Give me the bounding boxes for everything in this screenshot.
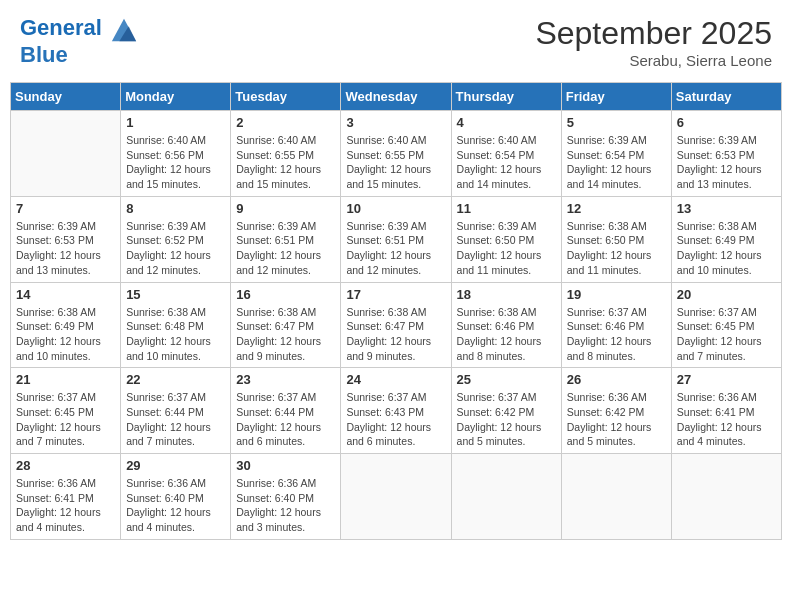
day-info: Sunrise: 6:39 AM Sunset: 6:51 PM Dayligh… [236, 219, 335, 278]
day-number: 2 [236, 115, 335, 130]
day-number: 9 [236, 201, 335, 216]
calendar-cell: 22Sunrise: 6:37 AM Sunset: 6:44 PM Dayli… [121, 368, 231, 454]
calendar-cell: 8Sunrise: 6:39 AM Sunset: 6:52 PM Daylig… [121, 196, 231, 282]
day-number: 8 [126, 201, 225, 216]
calendar-cell: 28Sunrise: 6:36 AM Sunset: 6:41 PM Dayli… [11, 454, 121, 540]
calendar-cell: 4Sunrise: 6:40 AM Sunset: 6:54 PM Daylig… [451, 111, 561, 197]
day-info: Sunrise: 6:40 AM Sunset: 6:56 PM Dayligh… [126, 133, 225, 192]
weekday-header: Saturday [671, 83, 781, 111]
calendar-cell: 11Sunrise: 6:39 AM Sunset: 6:50 PM Dayli… [451, 196, 561, 282]
month-title: September 2025 [535, 15, 772, 52]
day-number: 1 [126, 115, 225, 130]
day-number: 20 [677, 287, 776, 302]
day-info: Sunrise: 6:38 AM Sunset: 6:47 PM Dayligh… [346, 305, 445, 364]
calendar-cell: 29Sunrise: 6:36 AM Sunset: 6:40 PM Dayli… [121, 454, 231, 540]
calendar-cell: 13Sunrise: 6:38 AM Sunset: 6:49 PM Dayli… [671, 196, 781, 282]
day-number: 22 [126, 372, 225, 387]
day-info: Sunrise: 6:40 AM Sunset: 6:55 PM Dayligh… [346, 133, 445, 192]
day-number: 18 [457, 287, 556, 302]
day-number: 30 [236, 458, 335, 473]
day-info: Sunrise: 6:36 AM Sunset: 6:41 PM Dayligh… [677, 390, 776, 449]
logo-text: General [20, 15, 138, 43]
day-info: Sunrise: 6:39 AM Sunset: 6:51 PM Dayligh… [346, 219, 445, 278]
day-number: 13 [677, 201, 776, 216]
weekday-header: Monday [121, 83, 231, 111]
day-number: 21 [16, 372, 115, 387]
page-header: General Blue September 2025 Serabu, Sier… [10, 10, 782, 74]
day-info: Sunrise: 6:39 AM Sunset: 6:53 PM Dayligh… [16, 219, 115, 278]
day-number: 14 [16, 287, 115, 302]
day-number: 15 [126, 287, 225, 302]
day-info: Sunrise: 6:37 AM Sunset: 6:43 PM Dayligh… [346, 390, 445, 449]
calendar-cell: 30Sunrise: 6:36 AM Sunset: 6:40 PM Dayli… [231, 454, 341, 540]
day-number: 17 [346, 287, 445, 302]
day-info: Sunrise: 6:39 AM Sunset: 6:52 PM Dayligh… [126, 219, 225, 278]
calendar-cell: 3Sunrise: 6:40 AM Sunset: 6:55 PM Daylig… [341, 111, 451, 197]
weekday-header: Wednesday [341, 83, 451, 111]
calendar-cell: 6Sunrise: 6:39 AM Sunset: 6:53 PM Daylig… [671, 111, 781, 197]
day-number: 4 [457, 115, 556, 130]
calendar-cell: 26Sunrise: 6:36 AM Sunset: 6:42 PM Dayli… [561, 368, 671, 454]
day-info: Sunrise: 6:40 AM Sunset: 6:54 PM Dayligh… [457, 133, 556, 192]
calendar-cell: 10Sunrise: 6:39 AM Sunset: 6:51 PM Dayli… [341, 196, 451, 282]
day-number: 7 [16, 201, 115, 216]
day-number: 19 [567, 287, 666, 302]
calendar-cell: 15Sunrise: 6:38 AM Sunset: 6:48 PM Dayli… [121, 282, 231, 368]
calendar-header-row: SundayMondayTuesdayWednesdayThursdayFrid… [11, 83, 782, 111]
day-info: Sunrise: 6:39 AM Sunset: 6:50 PM Dayligh… [457, 219, 556, 278]
calendar-cell [561, 454, 671, 540]
day-info: Sunrise: 6:36 AM Sunset: 6:42 PM Dayligh… [567, 390, 666, 449]
calendar-week-row: 7Sunrise: 6:39 AM Sunset: 6:53 PM Daylig… [11, 196, 782, 282]
calendar-table: SundayMondayTuesdayWednesdayThursdayFrid… [10, 82, 782, 540]
day-info: Sunrise: 6:37 AM Sunset: 6:45 PM Dayligh… [16, 390, 115, 449]
day-info: Sunrise: 6:36 AM Sunset: 6:40 PM Dayligh… [126, 476, 225, 535]
day-number: 12 [567, 201, 666, 216]
day-number: 11 [457, 201, 556, 216]
day-number: 23 [236, 372, 335, 387]
day-info: Sunrise: 6:38 AM Sunset: 6:48 PM Dayligh… [126, 305, 225, 364]
calendar-cell: 19Sunrise: 6:37 AM Sunset: 6:46 PM Dayli… [561, 282, 671, 368]
weekday-header: Thursday [451, 83, 561, 111]
weekday-header: Tuesday [231, 83, 341, 111]
day-info: Sunrise: 6:39 AM Sunset: 6:53 PM Dayligh… [677, 133, 776, 192]
calendar-cell: 2Sunrise: 6:40 AM Sunset: 6:55 PM Daylig… [231, 111, 341, 197]
calendar-cell: 5Sunrise: 6:39 AM Sunset: 6:54 PM Daylig… [561, 111, 671, 197]
day-info: Sunrise: 6:38 AM Sunset: 6:49 PM Dayligh… [16, 305, 115, 364]
weekday-header: Friday [561, 83, 671, 111]
day-number: 26 [567, 372, 666, 387]
day-number: 25 [457, 372, 556, 387]
calendar-cell: 21Sunrise: 6:37 AM Sunset: 6:45 PM Dayli… [11, 368, 121, 454]
day-info: Sunrise: 6:37 AM Sunset: 6:44 PM Dayligh… [126, 390, 225, 449]
calendar-cell [451, 454, 561, 540]
day-info: Sunrise: 6:38 AM Sunset: 6:50 PM Dayligh… [567, 219, 666, 278]
day-number: 16 [236, 287, 335, 302]
calendar-cell: 23Sunrise: 6:37 AM Sunset: 6:44 PM Dayli… [231, 368, 341, 454]
day-info: Sunrise: 6:36 AM Sunset: 6:41 PM Dayligh… [16, 476, 115, 535]
day-info: Sunrise: 6:37 AM Sunset: 6:44 PM Dayligh… [236, 390, 335, 449]
calendar-cell: 12Sunrise: 6:38 AM Sunset: 6:50 PM Dayli… [561, 196, 671, 282]
day-info: Sunrise: 6:38 AM Sunset: 6:46 PM Dayligh… [457, 305, 556, 364]
day-number: 27 [677, 372, 776, 387]
weekday-header: Sunday [11, 83, 121, 111]
day-number: 5 [567, 115, 666, 130]
calendar-cell: 1Sunrise: 6:40 AM Sunset: 6:56 PM Daylig… [121, 111, 231, 197]
calendar-week-row: 28Sunrise: 6:36 AM Sunset: 6:41 PM Dayli… [11, 454, 782, 540]
calendar-cell: 7Sunrise: 6:39 AM Sunset: 6:53 PM Daylig… [11, 196, 121, 282]
day-info: Sunrise: 6:38 AM Sunset: 6:49 PM Dayligh… [677, 219, 776, 278]
calendar-cell [671, 454, 781, 540]
calendar-cell: 17Sunrise: 6:38 AM Sunset: 6:47 PM Dayli… [341, 282, 451, 368]
calendar-cell: 9Sunrise: 6:39 AM Sunset: 6:51 PM Daylig… [231, 196, 341, 282]
calendar-week-row: 21Sunrise: 6:37 AM Sunset: 6:45 PM Dayli… [11, 368, 782, 454]
calendar-week-row: 1Sunrise: 6:40 AM Sunset: 6:56 PM Daylig… [11, 111, 782, 197]
day-info: Sunrise: 6:36 AM Sunset: 6:40 PM Dayligh… [236, 476, 335, 535]
title-block: September 2025 Serabu, Sierra Leone [535, 15, 772, 69]
calendar-cell: 18Sunrise: 6:38 AM Sunset: 6:46 PM Dayli… [451, 282, 561, 368]
day-info: Sunrise: 6:37 AM Sunset: 6:46 PM Dayligh… [567, 305, 666, 364]
day-number: 24 [346, 372, 445, 387]
day-number: 29 [126, 458, 225, 473]
calendar-cell [11, 111, 121, 197]
day-number: 3 [346, 115, 445, 130]
day-number: 28 [16, 458, 115, 473]
calendar-week-row: 14Sunrise: 6:38 AM Sunset: 6:49 PM Dayli… [11, 282, 782, 368]
day-info: Sunrise: 6:39 AM Sunset: 6:54 PM Dayligh… [567, 133, 666, 192]
